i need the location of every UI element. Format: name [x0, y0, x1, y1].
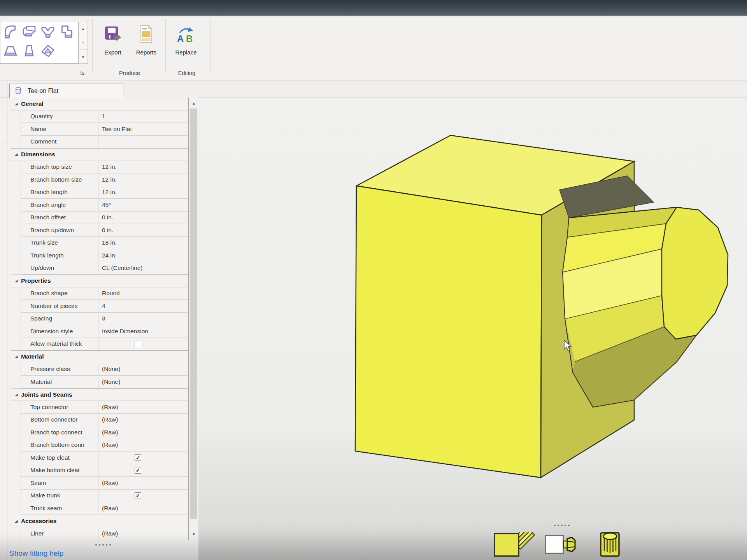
section-header-joints-and-seams[interactable]: ◢Joints and Seams: [11, 388, 188, 401]
property-row-pressure-class[interactable]: Pressure class(None): [21, 363, 188, 376]
gallery-item-fitting-square-offset[interactable]: [20, 23, 39, 42]
property-row-comment[interactable]: Comment: [21, 136, 188, 149]
model-viewport[interactable]: [198, 98, 747, 560]
reports-button[interactable]: Reports: [132, 22, 161, 68]
property-value[interactable]: 12 in.: [98, 161, 188, 173]
document-tab-tee-on-flat[interactable]: Tee on Flat: [9, 84, 123, 98]
checkbox-unchecked[interactable]: [135, 341, 141, 347]
gallery-item-fitting-y-branch[interactable]: [39, 23, 57, 42]
panel-resize-dots[interactable]: [95, 544, 113, 546]
property-row-make-bottom-cleat[interactable]: Make bottom cleat✓: [21, 464, 188, 477]
gallery-item-fitting-radius-bend[interactable]: [1, 23, 20, 42]
property-value[interactable]: (Raw): [98, 502, 188, 514]
property-value[interactable]: 1: [98, 110, 188, 123]
property-row-material[interactable]: Material(None): [21, 376, 188, 388]
gallery-scrollbar[interactable]: ▲ ▼ ▼: [79, 22, 88, 64]
property-value[interactable]: (Raw): [98, 401, 188, 413]
property-row-trunk-seam[interactable]: Trunk seam(Raw): [21, 502, 188, 515]
property-row-trunk-size[interactable]: Trunk size18 in.: [21, 237, 188, 250]
section-header-accessories[interactable]: ◢Accessories: [11, 515, 188, 528]
property-value[interactable]: [98, 136, 188, 148]
property-row-number-of-pieces[interactable]: Number of pieces4: [21, 300, 188, 313]
property-row-spacing[interactable]: Spacing3: [21, 313, 188, 326]
gallery-scroll-up-button[interactable]: ▲: [79, 22, 88, 36]
property-row-branch-offset[interactable]: Branch offset0 in.: [21, 212, 188, 224]
property-value[interactable]: (Raw): [98, 527, 188, 540]
property-row-trunk-length[interactable]: Trunk length24 in.: [21, 249, 188, 262]
property-row-branch-shape[interactable]: Branch shapeRound: [21, 287, 188, 300]
property-value[interactable]: Inside Dimension: [98, 325, 188, 338]
property-value[interactable]: ✓: [98, 452, 188, 464]
property-value[interactable]: Round: [98, 287, 188, 300]
thumb-tee-front-view-button[interactable]: [493, 532, 546, 559]
property-row-name[interactable]: NameTee on Flat: [21, 123, 188, 136]
scrollbar-thumb[interactable]: [190, 108, 197, 519]
checkbox-checked[interactable]: ✓: [135, 467, 141, 474]
property-value[interactable]: [98, 338, 188, 350]
property-row-top-connector[interactable]: Top connector(Raw): [21, 401, 188, 414]
property-value[interactable]: 4: [98, 300, 188, 312]
thumb-tee-side-view-button[interactable]: [545, 535, 577, 556]
property-row-make-top-cleat[interactable]: Make top cleat✓: [21, 452, 188, 464]
property-row-branch-up-down[interactable]: Branch up/down0 in.: [21, 224, 188, 237]
property-value[interactable]: 0 in.: [98, 212, 188, 224]
thumb-tee-top-view-button[interactable]: [600, 531, 620, 559]
property-value[interactable]: ✓: [98, 464, 188, 477]
property-row-liner[interactable]: Liner(Raw): [21, 527, 188, 540]
property-value[interactable]: 12 in.: [98, 186, 188, 199]
export-button[interactable]: Export: [98, 22, 128, 68]
gallery-item-fitting-flat-transition[interactable]: [1, 42, 20, 61]
section-header-properties[interactable]: ◢Properties: [11, 275, 188, 287]
section-header-general[interactable]: ◢General: [11, 98, 188, 110]
property-row-branch-bottom-size[interactable]: Branch bottom size12 in.: [21, 173, 188, 186]
property-row-dimension-style[interactable]: Dimension styleInside Dimension: [21, 325, 188, 338]
section-header-dimensions[interactable]: ◢Dimensions: [11, 148, 188, 161]
property-row-branch-top-size[interactable]: Branch top size12 in.: [21, 161, 188, 174]
gallery-item-fitting-angled-panel[interactable]: [39, 42, 57, 61]
property-value[interactable]: 0 in.: [98, 224, 188, 236]
property-value[interactable]: ✓: [98, 490, 188, 502]
section-header-material[interactable]: ◢Material: [11, 350, 188, 363]
property-row-quantity[interactable]: Quantity1: [21, 110, 188, 123]
property-label: Seam: [21, 477, 98, 489]
property-row-seam[interactable]: Seam(Raw): [21, 477, 188, 490]
checkbox-checked[interactable]: ✓: [135, 454, 141, 461]
property-value[interactable]: 45°: [98, 199, 188, 211]
property-value[interactable]: Tee on Flat: [98, 123, 188, 135]
property-label: Allow material thick: [21, 338, 98, 350]
show-fitting-help-link[interactable]: Show fitting help: [9, 549, 63, 558]
property-value[interactable]: 18 in.: [98, 237, 188, 249]
fitting-gallery[interactable]: [0, 22, 79, 64]
property-value[interactable]: 24 in.: [98, 249, 188, 262]
gallery-item-fitting-corner-tap[interactable]: [57, 23, 76, 42]
property-row-branch-bottom-conn[interactable]: Branch bottom conn(Raw): [21, 439, 188, 452]
property-label: Make bottom cleat: [21, 464, 98, 477]
property-value[interactable]: (Raw): [98, 414, 188, 426]
property-row-branch-length[interactable]: Branch length12 in.: [21, 186, 188, 199]
scrollbar-up-arrow-icon[interactable]: ▲: [189, 98, 198, 108]
properties-scrollbar[interactable]: ▲ ▼: [189, 98, 198, 540]
viewport-resize-dots[interactable]: [554, 525, 572, 526]
property-value[interactable]: (Raw): [98, 439, 188, 452]
property-value[interactable]: (None): [98, 363, 188, 376]
collapsed-panel-grip[interactable]: [0, 118, 6, 141]
checkbox-checked[interactable]: ✓: [135, 492, 141, 499]
gallery-more-button[interactable]: ▼: [79, 50, 88, 63]
property-value[interactable]: 12 in.: [98, 173, 188, 186]
property-row-allow-material-thick[interactable]: Allow material thick: [21, 338, 188, 351]
property-row-up-down[interactable]: Up/downCL (Centerline): [21, 262, 188, 275]
gallery-item-fitting-tall-transition[interactable]: [20, 42, 39, 61]
dialog-launcher-button[interactable]: [80, 70, 86, 76]
property-value[interactable]: (Raw): [98, 426, 188, 439]
property-row-bottom-connector[interactable]: Bottom connector(Raw): [21, 414, 188, 427]
property-row-make-trunk[interactable]: Make trunk✓: [21, 490, 188, 502]
scrollbar-down-arrow-icon[interactable]: ▼: [189, 529, 198, 539]
property-row-branch-angle[interactable]: Branch angle45°: [21, 199, 188, 212]
property-row-branch-top-connect[interactable]: Branch top connect(Raw): [21, 426, 188, 439]
property-value[interactable]: (Raw): [98, 477, 188, 489]
gallery-scroll-down-button[interactable]: ▼: [79, 36, 88, 50]
property-value[interactable]: CL (Centerline): [98, 262, 188, 275]
replace-button[interactable]: A B Replace: [171, 22, 201, 68]
property-value[interactable]: 3: [98, 313, 188, 325]
property-value[interactable]: (None): [98, 376, 188, 388]
